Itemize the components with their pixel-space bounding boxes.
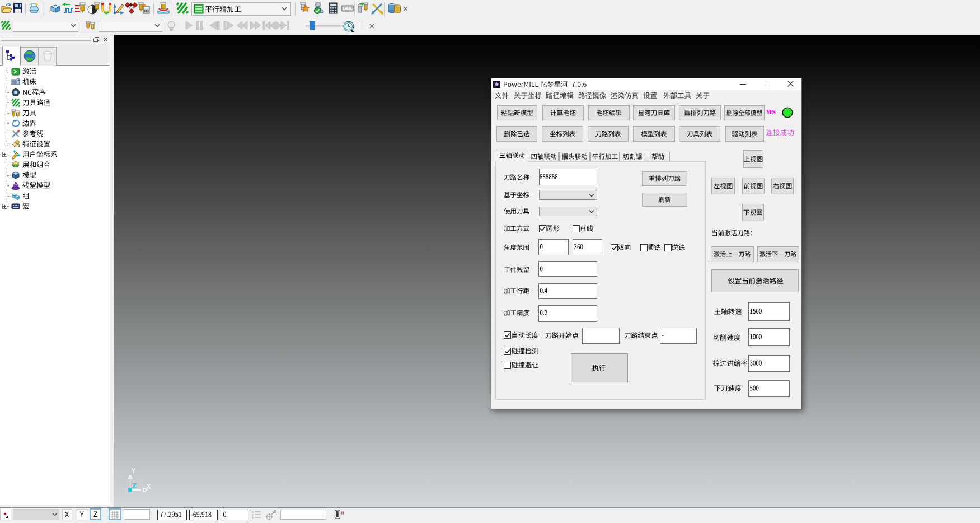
svg-text:YES: YES xyxy=(766,109,776,115)
